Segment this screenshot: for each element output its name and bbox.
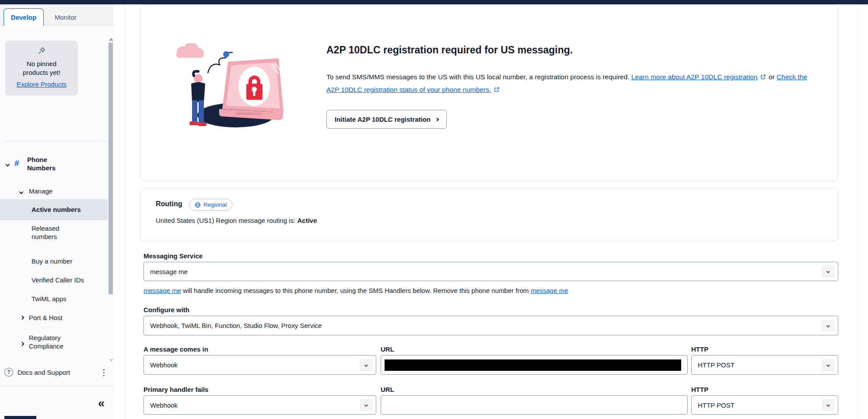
regional-badge-label: Regional xyxy=(203,201,227,208)
routing-title: Routing xyxy=(156,200,182,208)
a2p-title: A2P 10DLC registration required for US m… xyxy=(326,44,573,56)
main-content: A2P 10DLC registration required for US m… xyxy=(114,4,868,419)
chevron-down-icon[interactable] xyxy=(822,265,835,278)
chevron-down-icon[interactable] xyxy=(822,359,835,371)
hash-icon: # xyxy=(14,158,19,168)
sidebar-item-regulatory-compliance[interactable]: Regulatory Compliance xyxy=(29,334,78,350)
collapse-sidebar-icon[interactable]: « xyxy=(98,397,105,410)
external-link-icon xyxy=(760,74,766,80)
sidebar-item-manage[interactable]: Manage xyxy=(29,187,52,195)
tab-monitor[interactable]: Monitor xyxy=(44,8,88,26)
a2p-lock-illustration xyxy=(170,43,289,129)
a2p-registration-card: A2P 10DLC registration required for US m… xyxy=(140,4,838,181)
primary-handler-fails-http-select[interactable]: HTTP POST xyxy=(691,395,838,415)
pinned-empty-text: No pinned products yet! xyxy=(5,60,78,77)
message-me-link[interactable]: message me xyxy=(144,287,181,294)
sidebar-scrollbar-down-arrow[interactable] xyxy=(109,359,113,362)
chevron-down-icon[interactable] xyxy=(360,359,373,371)
message-comes-in-url-input[interactable] xyxy=(381,355,688,375)
sidebar-item-buy-a-number[interactable]: Buy a number xyxy=(32,257,72,265)
bottom-bar-fragment xyxy=(4,416,36,419)
chevron-down-icon[interactable] xyxy=(6,162,10,167)
url-label: URL xyxy=(381,386,394,393)
question-circle-icon: ? xyxy=(4,368,13,377)
sidebar-item-port-and-host[interactable]: Port & Host xyxy=(29,314,63,321)
chevron-right-icon xyxy=(435,117,439,121)
sidebar-item-released-numbers[interactable]: Released numbers xyxy=(32,224,80,241)
sidebar-scrollbar-up-arrow[interactable] xyxy=(109,38,113,41)
configure-with-label: Configure with xyxy=(144,306,189,313)
http-label: HTTP xyxy=(691,345,708,353)
pinned-products-box: No pinned products yet! Explore Products xyxy=(5,41,78,95)
messaging-service-help-text: message me will handle incoming messages… xyxy=(144,287,568,294)
initiate-a2p-registration-button[interactable]: Initiate A2P 10DLC registration xyxy=(326,110,447,129)
sidebar-divider xyxy=(4,141,107,141)
routing-status-value: Active xyxy=(298,217,317,224)
message-me-link[interactable]: message me xyxy=(531,287,568,294)
message-comes-in-label: A message comes in xyxy=(144,345,208,353)
message-comes-in-select[interactable]: Webhook xyxy=(144,355,376,375)
chevron-down-icon[interactable] xyxy=(822,320,835,332)
primary-handler-fails-url-input[interactable] xyxy=(381,395,688,415)
primary-handler-fails-label: Primary handler fails xyxy=(144,386,208,393)
primary-handler-fails-value: Webhook xyxy=(150,401,178,409)
message-comes-in-http-select[interactable]: HTTP POST xyxy=(691,355,838,375)
sidebar-divider xyxy=(0,386,114,386)
sidebar-item-verified-caller-ids[interactable]: Verified Caller IDs xyxy=(32,276,84,284)
http-method-value: HTTP POST xyxy=(698,401,735,409)
messaging-service-value: message me xyxy=(150,268,188,275)
routing-status-text: United States (US1) Region message routi… xyxy=(156,217,317,224)
pin-icon xyxy=(38,47,46,54)
configure-with-select[interactable]: Webhook, TwiML Bin, Function, Studio Flo… xyxy=(144,316,838,335)
external-link-icon xyxy=(494,87,500,92)
a2p-body-sentence: To send SMS/MMS messages to the US with … xyxy=(326,73,630,81)
primary-handler-fails-select[interactable]: Webhook xyxy=(144,395,376,415)
kebab-menu-icon[interactable]: ⋮ xyxy=(100,367,108,377)
initiate-a2p-button-label: Initiate A2P 10DLC registration xyxy=(335,116,430,123)
docs-and-support-label: Docs and Support xyxy=(18,369,70,376)
sidebar-item-label: Active numbers xyxy=(32,206,81,213)
content-left-border xyxy=(125,4,125,419)
a2p-or-text: or xyxy=(769,73,775,81)
tab-develop[interactable]: Develop xyxy=(4,8,44,26)
chevron-right-icon[interactable] xyxy=(20,316,24,320)
configure-with-value: Webhook, TwiML Bin, Function, Studio Flo… xyxy=(150,322,322,329)
docs-and-support[interactable]: ? Docs and Support ⋮ xyxy=(0,364,108,384)
messaging-service-select[interactable]: message me xyxy=(144,262,838,281)
chevron-down-icon[interactable] xyxy=(360,399,373,411)
twilio-console-page: Develop Monitor No pinned products yet! … xyxy=(0,0,868,419)
http-label: HTTP xyxy=(691,386,708,393)
sidebar-item-phone-numbers[interactable]: Phone Numbers xyxy=(27,155,76,172)
messaging-service-label: Messaging Service xyxy=(144,252,203,260)
a2p-body-text: To send SMS/MMS messages to the US with … xyxy=(326,70,821,96)
learn-more-a2p-link[interactable]: Learn more about A2P 10DLC registration xyxy=(631,73,757,81)
routing-card: Routing Regional United States (US1) Reg… xyxy=(140,188,838,241)
chevron-down-icon[interactable] xyxy=(19,190,24,194)
chevron-down-icon[interactable] xyxy=(822,399,835,411)
sidebar-item-twiml-apps[interactable]: TwiML apps xyxy=(32,295,66,303)
explore-products-link[interactable]: Explore Products xyxy=(17,81,66,88)
sidebar: Develop Monitor No pinned products yet! … xyxy=(0,4,114,419)
regional-badge: Regional xyxy=(189,199,232,211)
http-method-value: HTTP POST xyxy=(698,361,735,369)
redacted-url-value xyxy=(385,359,681,371)
chevron-right-icon[interactable] xyxy=(20,342,24,346)
content-right-border xyxy=(858,4,858,419)
sidebar-item-active-numbers[interactable]: Active numbers xyxy=(0,199,108,220)
top-navigation-bar xyxy=(0,0,868,4)
message-comes-in-value: Webhook xyxy=(150,361,178,369)
sidebar-scrollbar-thumb[interactable] xyxy=(108,42,113,294)
globe-icon xyxy=(195,202,201,208)
url-label: URL xyxy=(381,345,394,353)
